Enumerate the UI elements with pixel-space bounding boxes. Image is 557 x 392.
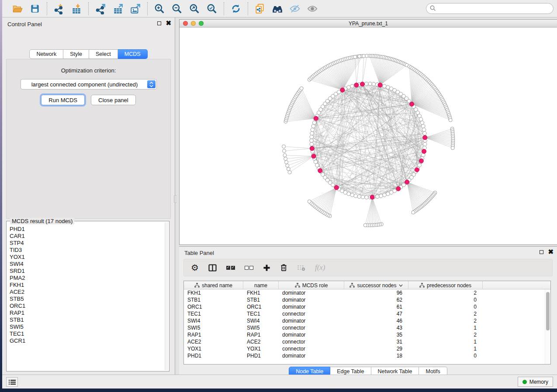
zoom-fit-icon[interactable] xyxy=(187,2,202,16)
criterion-dropdown[interactable]: largest connected component (undirected) xyxy=(21,79,157,89)
search-binoculars-icon[interactable] xyxy=(270,2,285,16)
zoom-selected-icon[interactable] xyxy=(204,2,219,16)
mcds-result-item[interactable]: STP4 xyxy=(7,240,165,247)
column-header-name[interactable]: name xyxy=(243,281,279,289)
cell-predecessor-nodes[interactable]: 2 xyxy=(408,310,483,317)
cell-predecessor-nodes[interactable]: 1 xyxy=(408,324,483,331)
delete-column-trash-icon[interactable] xyxy=(280,262,287,273)
cell-mcds-role[interactable]: dominator xyxy=(279,317,344,324)
table-row[interactable]: SWI4SWI4dominator462 xyxy=(184,317,550,324)
table-row[interactable]: YOX1YOX1connector291 xyxy=(184,345,550,352)
zoom-in-icon[interactable] xyxy=(152,2,167,16)
cell-name[interactable]: YOX1 xyxy=(243,345,279,352)
mcds-result-item[interactable]: SRD1 xyxy=(7,268,165,275)
cell-mcds-role[interactable]: dominator xyxy=(279,296,344,303)
cell-predecessor-nodes[interactable]: 2 xyxy=(408,289,483,296)
tab-mcds[interactable]: MCDS xyxy=(118,49,148,59)
cell-name[interactable]: ORC1 xyxy=(243,303,279,310)
cell-name[interactable]: FKH1 xyxy=(243,289,279,296)
table-row[interactable]: ORC1ORC1dominator610 xyxy=(184,303,550,310)
column-header-shared-name[interactable]: shared name xyxy=(184,281,243,289)
cell-shared-name[interactable]: FKH1 xyxy=(184,289,243,296)
function-builder-icon[interactable]: f(x) xyxy=(315,262,325,273)
import-table-icon[interactable] xyxy=(69,2,84,16)
cell-name[interactable]: SWI4 xyxy=(243,317,279,324)
column-header-mcds-role[interactable]: MCDS role xyxy=(279,281,344,289)
table-settings-gear-icon[interactable]: ⚙ xyxy=(191,262,199,273)
cell-predecessor-nodes[interactable]: 0 xyxy=(408,352,483,359)
mcds-result-item[interactable]: PHD1 xyxy=(7,226,165,233)
cell-name[interactable]: RAP1 xyxy=(243,331,279,338)
minimize-window-icon[interactable] xyxy=(191,21,196,26)
memory-button[interactable]: Memory xyxy=(518,377,553,387)
zoom-out-icon[interactable] xyxy=(170,2,184,16)
float-table-panel-icon[interactable] xyxy=(540,250,543,254)
cell-successor-nodes[interactable]: 61 xyxy=(344,303,408,310)
cell-name[interactable]: TEC1 xyxy=(243,310,279,317)
cell-shared-name[interactable]: SWI4 xyxy=(184,317,243,324)
task-history-button[interactable] xyxy=(6,377,18,387)
cell-mcds-role[interactable]: dominator xyxy=(279,352,344,359)
select-all-columns-icon[interactable]: ✓ ✓ xyxy=(226,262,235,273)
cell-shared-name[interactable]: SWI5 xyxy=(184,324,243,331)
table-row[interactable]: SWI5SWI5connector431 xyxy=(184,324,550,331)
refresh-icon[interactable] xyxy=(228,2,243,16)
column-header-successor-nodes[interactable]: successor nodes xyxy=(344,281,408,289)
cell-shared-name[interactable]: RAP1 xyxy=(184,331,243,338)
cell-predecessor-nodes[interactable]: 1 xyxy=(408,338,483,345)
tab-style[interactable]: Style xyxy=(63,49,89,59)
table-row[interactable]: FKH1FKH1dominator962 xyxy=(184,289,550,296)
cell-predecessor-nodes[interactable]: 1 xyxy=(408,345,483,352)
cell-successor-nodes[interactable]: 31 xyxy=(344,338,408,345)
table-scrollbar-thumb[interactable] xyxy=(546,292,550,330)
clone-network-icon[interactable] xyxy=(253,2,267,16)
cell-successor-nodes[interactable]: 18 xyxy=(344,352,408,359)
mcds-result-item[interactable]: CAR1 xyxy=(7,233,165,240)
close-table-panel-icon[interactable]: ✖ xyxy=(548,250,554,254)
close-window-icon[interactable] xyxy=(183,21,188,26)
create-column-plus-icon[interactable] xyxy=(263,262,270,273)
mcds-result-item[interactable]: ORC1 xyxy=(7,303,165,309)
mcds-result-item[interactable]: STB5 xyxy=(7,296,165,303)
cell-successor-nodes[interactable]: 96 xyxy=(344,289,408,296)
export-network-icon[interactable] xyxy=(93,2,108,16)
table-row[interactable]: TEC1TEC1connector472 xyxy=(184,310,550,317)
mcds-result-item[interactable]: SWI5 xyxy=(7,323,165,330)
float-panel-icon[interactable] xyxy=(157,21,161,25)
hide-selected-icon[interactable] xyxy=(287,2,302,16)
cell-predecessor-nodes[interactable]: 2 xyxy=(408,331,483,338)
mcds-result-item[interactable]: RAP1 xyxy=(7,309,165,316)
export-image-icon[interactable] xyxy=(128,2,143,16)
cell-name[interactable]: ACE2 xyxy=(243,338,279,345)
search-input[interactable] xyxy=(426,3,554,14)
cell-successor-nodes[interactable]: 62 xyxy=(344,296,408,303)
network-canvas[interactable] xyxy=(180,28,557,244)
mcds-result-item[interactable]: TID3 xyxy=(7,247,165,254)
cell-successor-nodes[interactable]: 47 xyxy=(344,310,408,317)
cell-shared-name[interactable]: ACE2 xyxy=(184,338,243,345)
tab-network[interactable]: Network xyxy=(29,49,63,59)
zoom-window-icon[interactable] xyxy=(199,21,204,26)
export-table-icon[interactable] xyxy=(111,2,125,16)
open-file-icon[interactable] xyxy=(10,2,25,16)
mcds-result-item[interactable]: YOX1 xyxy=(7,254,165,261)
cell-successor-nodes[interactable]: 43 xyxy=(344,324,408,331)
unselect-all-columns-icon[interactable] xyxy=(245,262,253,273)
mcds-result-item[interactable]: PMA2 xyxy=(7,275,165,282)
mcds-result-item[interactable]: TEC1 xyxy=(7,330,165,337)
cell-predecessor-nodes[interactable]: 0 xyxy=(408,296,483,303)
import-network-icon[interactable] xyxy=(52,2,66,16)
mcds-result-item[interactable]: ACE2 xyxy=(7,289,165,296)
table-row[interactable]: ACE2ACE2connector311 xyxy=(184,338,550,345)
cell-mcds-role[interactable]: dominator xyxy=(279,303,344,310)
cell-successor-nodes[interactable]: 46 xyxy=(344,317,408,324)
mcds-result-item[interactable]: SWI4 xyxy=(7,261,165,268)
cell-predecessor-nodes[interactable]: 2 xyxy=(408,317,483,324)
cell-successor-nodes[interactable]: 35 xyxy=(344,331,408,338)
cell-shared-name[interactable]: YOX1 xyxy=(184,345,243,352)
mcds-result-item[interactable]: STB1 xyxy=(7,316,165,323)
cell-predecessor-nodes[interactable]: 0 xyxy=(408,303,483,310)
close-panel-icon[interactable]: ✖ xyxy=(166,21,171,25)
cell-mcds-role[interactable]: dominator xyxy=(279,331,344,338)
table-row[interactable]: PHD1PHD1dominator180 xyxy=(184,352,550,359)
